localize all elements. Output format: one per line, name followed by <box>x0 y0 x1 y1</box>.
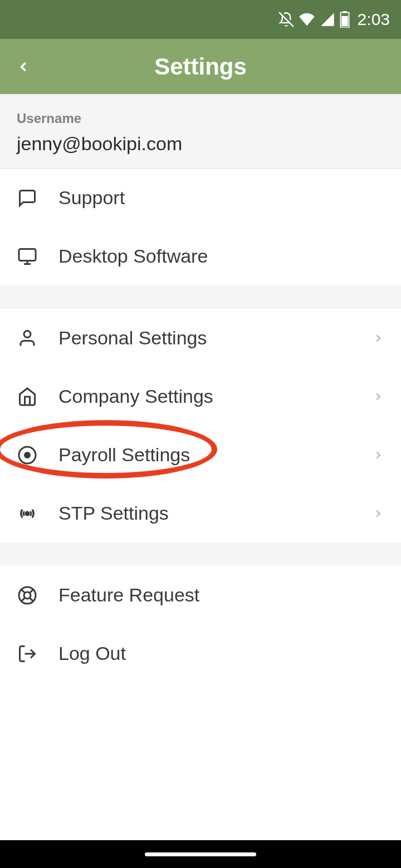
logout-label: Log Out <box>58 643 384 664</box>
feature-label: Feature Request <box>58 584 384 606</box>
username-section: Username jenny@bookipi.com <box>0 94 401 169</box>
svg-line-15 <box>30 589 33 593</box>
support-label: Support <box>58 187 384 209</box>
svg-point-12 <box>24 592 31 599</box>
person-icon <box>17 328 38 349</box>
svg-point-10 <box>26 512 29 515</box>
page-title: Settings <box>16 53 385 80</box>
target-icon <box>17 445 38 466</box>
stp-settings-item[interactable]: STP Settings <box>0 484 401 542</box>
desktop-label: Desktop Software <box>58 245 384 267</box>
section-gap <box>0 285 401 309</box>
support-item[interactable]: Support <box>0 169 401 227</box>
desktop-item[interactable]: Desktop Software <box>0 227 401 285</box>
back-button[interactable] <box>16 59 31 75</box>
monitor-icon <box>17 246 38 267</box>
svg-point-7 <box>24 331 31 337</box>
chevron-right-icon <box>372 449 384 461</box>
svg-line-16 <box>21 598 25 601</box>
broadcast-icon <box>17 503 38 524</box>
svg-rect-3 <box>341 16 348 27</box>
payroll-label: Payroll Settings <box>58 444 372 466</box>
section-gap <box>0 542 401 566</box>
svg-line-0 <box>279 12 294 27</box>
status-bar: 2:03 <box>0 0 401 39</box>
feature-request-item[interactable]: Feature Request <box>0 566 401 624</box>
status-icons: 2:03 <box>278 10 390 29</box>
personal-label: Personal Settings <box>58 327 372 349</box>
notification-off-icon <box>278 12 294 27</box>
logout-icon <box>17 643 38 664</box>
username-label: Username <box>17 111 384 126</box>
signal-icon <box>320 12 335 27</box>
svg-rect-4 <box>19 249 36 260</box>
chevron-right-icon <box>372 391 384 403</box>
svg-line-13 <box>21 589 25 593</box>
chat-icon <box>17 188 38 209</box>
username-value: jenny@bookipi.com <box>17 133 384 155</box>
status-time: 2:03 <box>358 10 390 29</box>
app-header: Settings <box>0 39 401 94</box>
stp-label: STP Settings <box>58 502 372 524</box>
lifebuoy-icon <box>17 585 38 606</box>
company-settings-item[interactable]: Company Settings <box>0 367 401 426</box>
home-icon <box>17 386 38 407</box>
logout-item[interactable]: Log Out <box>0 624 401 683</box>
chevron-right-icon <box>372 507 384 520</box>
svg-point-9 <box>25 452 30 457</box>
menu-section-1: Support Desktop Software <box>0 169 401 285</box>
personal-settings-item[interactable]: Personal Settings <box>0 309 401 367</box>
nav-handle[interactable] <box>145 852 256 856</box>
company-label: Company Settings <box>58 386 372 407</box>
wifi-icon <box>299 11 315 28</box>
android-nav-bar <box>0 840 401 868</box>
chevron-right-icon <box>372 332 384 344</box>
menu-section-2: Personal Settings Company Settings <box>0 309 401 542</box>
menu-section-3: Feature Request Log Out <box>0 566 401 683</box>
svg-line-14 <box>30 598 33 601</box>
payroll-settings-item[interactable]: Payroll Settings <box>0 426 401 484</box>
battery-icon <box>340 11 350 28</box>
